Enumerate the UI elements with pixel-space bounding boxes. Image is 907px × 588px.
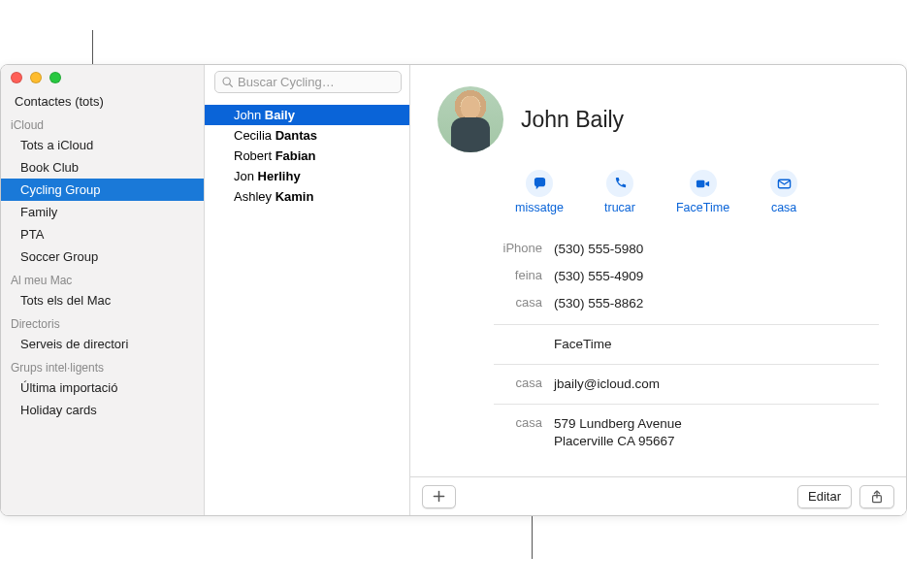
- contact-fields: iPhone(530) 555-5980feina(530) 555-4909c…: [437, 236, 879, 456]
- detail-footer: Editar: [410, 476, 906, 515]
- separator: [494, 364, 879, 365]
- phone-icon: [606, 170, 633, 197]
- action-facetime[interactable]: FaceTime: [676, 170, 729, 214]
- list-item[interactable]: Jon Herlihy: [205, 166, 409, 186]
- sidebar-section-header: Directoris: [1, 311, 204, 333]
- action-label: trucar: [604, 201, 635, 214]
- add-button[interactable]: [422, 485, 456, 508]
- sidebar-item[interactable]: Holiday cards: [1, 399, 204, 421]
- phone-field[interactable]: (530) 555-8862: [554, 295, 643, 312]
- list-item[interactable]: Ashley Kamin: [205, 186, 409, 207]
- sidebar-all-contacts[interactable]: Contactes (tots): [1, 90, 204, 113]
- action-call[interactable]: trucar: [604, 170, 635, 214]
- callout-line-bottom: [532, 512, 533, 559]
- contact-list: John BailyCecilia DantasRobert FabianJon…: [205, 97, 409, 214]
- minimize-window-button[interactable]: [30, 72, 42, 83]
- avatar[interactable]: [437, 86, 503, 152]
- contacts-window: Contactes (tots) iCloudTots a iCloudBook…: [0, 64, 907, 516]
- separator: [494, 324, 879, 325]
- search-icon: [221, 76, 234, 88]
- field-label: casa: [437, 376, 554, 390]
- window-controls: [11, 72, 61, 83]
- address-field[interactable]: 579 Lundberg Avenue Placerville CA 95667: [554, 415, 682, 450]
- close-window-button[interactable]: [11, 72, 22, 83]
- contact-detail-pane: John Baily missatgetrucarFaceTimecasa iP…: [410, 65, 906, 515]
- sidebar: Contactes (tots) iCloudTots a iCloudBook…: [1, 65, 205, 515]
- contact-name: John Baily: [521, 107, 624, 133]
- zoom-window-button[interactable]: [49, 72, 61, 83]
- sidebar-item[interactable]: Book Club: [1, 156, 204, 179]
- separator: [494, 404, 879, 405]
- sidebar-item[interactable]: Serveis de directori: [1, 333, 204, 355]
- action-label: FaceTime: [676, 201, 729, 214]
- action-label: casa: [771, 201, 796, 214]
- sidebar-item[interactable]: Última importació: [1, 376, 204, 399]
- sidebar-section-header: Al meu Mac: [1, 268, 204, 289]
- field-label: feina: [437, 268, 554, 282]
- phone-field[interactable]: (530) 555-4909: [554, 268, 643, 285]
- svg-line-1: [230, 84, 233, 87]
- list-item[interactable]: Cecilia Dantas: [205, 125, 409, 146]
- quick-actions: missatgetrucarFaceTimecasa: [515, 170, 879, 214]
- search-placeholder: Buscar Cycling…: [238, 75, 335, 89]
- field-label: casa: [437, 415, 554, 430]
- mail-icon: [770, 170, 797, 197]
- action-message[interactable]: missatge: [515, 170, 564, 214]
- field-label: iPhone: [437, 241, 554, 255]
- share-button[interactable]: [859, 485, 894, 508]
- contact-list-column: Buscar Cycling… John BailyCecilia Dantas…: [205, 65, 410, 515]
- facetime-field[interactable]: FaceTime: [554, 336, 612, 353]
- bubble-icon: [526, 170, 553, 197]
- sidebar-section-header: Grups intel·ligents: [1, 355, 204, 376]
- sidebar-section-header: iCloud: [1, 113, 204, 134]
- callout-line-top: [92, 30, 93, 65]
- sidebar-item[interactable]: Soccer Group: [1, 245, 204, 268]
- email-field[interactable]: jbaily@icloud.com: [554, 376, 660, 393]
- list-item[interactable]: Robert Fabian: [205, 146, 409, 166]
- sidebar-item[interactable]: PTA: [1, 223, 204, 245]
- share-icon: [870, 490, 884, 504]
- field-label: casa: [437, 295, 554, 310]
- phone-field[interactable]: (530) 555-5980: [554, 241, 643, 258]
- sidebar-item[interactable]: Tots a iCloud: [1, 134, 204, 156]
- sidebar-item[interactable]: Cycling Group: [1, 179, 204, 201]
- list-item[interactable]: John Baily: [205, 105, 409, 125]
- sidebar-item[interactable]: Tots els del Mac: [1, 289, 204, 311]
- svg-rect-2: [696, 180, 704, 187]
- plus-icon: [433, 490, 445, 503]
- video-icon: [690, 170, 717, 197]
- sidebar-item[interactable]: Family: [1, 201, 204, 223]
- action-label: missatge: [515, 201, 564, 214]
- action-home[interactable]: casa: [770, 170, 797, 214]
- edit-button[interactable]: Editar: [797, 485, 852, 508]
- search-input[interactable]: Buscar Cycling…: [214, 71, 402, 93]
